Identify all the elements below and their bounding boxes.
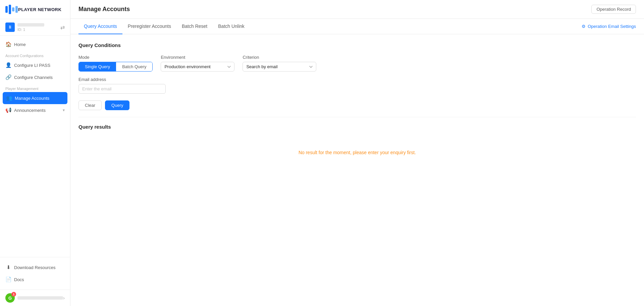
sidebar-item-configure-li-pass[interactable]: 👤 Configure LI PASS (0, 59, 70, 71)
email-input[interactable] (78, 84, 166, 94)
tab-query-accounts[interactable]: Query Accounts (78, 19, 122, 34)
query-results-section: Query results No result for the moment, … (78, 124, 636, 169)
sidebar-item-configure-channels-label: Configure Channels (14, 75, 53, 80)
email-address-label: Email address (78, 77, 636, 82)
environment-group: Environment Production environment Stagi… (161, 55, 234, 72)
footer-badge: 1 (11, 292, 16, 297)
sidebar: PLAYER NETWORK li ID: 1 ⇄ 🏠 Home Account… (0, 0, 70, 306)
tabs-bar: Query Accounts Preregister Accounts Batc… (70, 19, 644, 34)
sidebar-item-configure-li-pass-label: Configure LI PASS (14, 63, 50, 68)
page-title: Manage Accounts (78, 6, 130, 13)
announcements-icon: 📢 (5, 107, 11, 113)
empty-result-message: No result for the moment, please enter y… (78, 136, 636, 169)
user-info: ID: 1 (17, 23, 60, 32)
query-button[interactable]: Query (105, 100, 129, 110)
footer-chevron-icon: › (63, 295, 65, 301)
svg-rect-0 (5, 6, 8, 13)
operation-record-button[interactable]: Operation Record (591, 5, 636, 14)
clear-button[interactable]: Clear (78, 100, 102, 110)
docs-icon: 📄 (5, 276, 11, 282)
main-content: Manage Accounts Operation Record Query A… (70, 0, 644, 306)
gear-icon: ⚙ (582, 24, 586, 29)
mode-group: Mode Single Query Batch Query (78, 55, 153, 72)
home-icon: 🏠 (5, 41, 11, 47)
sidebar-item-download-resources[interactable]: ⬇ Download Resources (0, 261, 70, 273)
operation-email-settings-label: Operation Email Settings (588, 24, 636, 29)
sidebar-item-docs-label: Docs (14, 277, 24, 282)
sidebar-item-download-label: Download Resources (14, 265, 56, 270)
footer-username-blur (17, 296, 63, 300)
query-conditions-title: Query Conditions (78, 42, 636, 48)
configure-li-pass-icon: 👤 (5, 62, 11, 68)
sidebar-item-configure-channels[interactable]: 🔗 Configure Channels (0, 71, 70, 83)
environment-select[interactable]: Production environment Staging environme… (161, 62, 234, 72)
criterion-label: Criterion (243, 55, 316, 60)
avatar: li (5, 23, 15, 32)
svg-rect-2 (12, 7, 14, 11)
action-buttons: Clear Query (78, 100, 636, 110)
sidebar-logo: PLAYER NETWORK (0, 0, 70, 19)
tab-batch-reset[interactable]: Batch Reset (176, 19, 213, 34)
query-conditions-form: Mode Single Query Batch Query Environmen… (78, 55, 636, 72)
top-bar-right: Operation Record (591, 5, 636, 14)
single-query-button[interactable]: Single Query (79, 62, 116, 71)
download-icon: ⬇ (5, 264, 11, 270)
criterion-select[interactable]: Search by email Search by ID (243, 62, 316, 72)
svg-rect-3 (15, 6, 18, 13)
top-bar: Manage Accounts Operation Record (70, 0, 644, 19)
sidebar-item-announcements-label: Announcements (14, 108, 46, 113)
tab-batch-unlink[interactable]: Batch Unlink (213, 19, 250, 34)
user-id: ID: 1 (17, 28, 60, 32)
section-divider (78, 117, 636, 117)
sidebar-nav: 🏠 Home Account Configurations 👤 Configur… (0, 36, 70, 257)
announcements-chevron-icon: ▾ (63, 108, 65, 113)
manage-accounts-icon: 👥 (6, 95, 12, 101)
mode-label: Mode (78, 55, 153, 60)
operation-email-settings-button[interactable]: ⚙ Operation Email Settings (582, 24, 636, 29)
player-network-logo (5, 5, 18, 14)
query-results-title: Query results (78, 124, 636, 130)
switch-user-icon[interactable]: ⇄ (60, 24, 65, 31)
criterion-group: Criterion Search by email Search by ID (243, 55, 316, 72)
user-row: li ID: 1 ⇄ (0, 19, 70, 36)
query-conditions-section: Query Conditions Mode Single Query Batch… (78, 42, 636, 110)
sidebar-item-docs[interactable]: 📄 Docs (0, 273, 70, 286)
player-management-label: Player Management (0, 83, 70, 92)
account-configurations-label: Account Configurations (0, 50, 70, 59)
sidebar-footer[interactable]: G 1 › (0, 290, 70, 306)
sidebar-item-manage-accounts-label: Manage Accounts (15, 96, 49, 101)
sidebar-bottom: ⬇ Download Resources 📄 Docs (0, 257, 70, 290)
tabs-list: Query Accounts Preregister Accounts Batc… (78, 19, 250, 34)
tab-preregister-accounts[interactable]: Preregister Accounts (122, 19, 176, 34)
mode-buttons: Single Query Batch Query (78, 62, 153, 72)
content-area: Query Accounts Preregister Accounts Batc… (70, 19, 644, 306)
sidebar-item-announcements[interactable]: 📢 Announcements ▾ (0, 104, 70, 116)
sidebar-item-home[interactable]: 🏠 Home (0, 38, 70, 50)
batch-query-button[interactable]: Batch Query (116, 62, 152, 71)
configure-channels-icon: 🔗 (5, 74, 11, 80)
app-name: PLAYER NETWORK (18, 7, 61, 12)
email-address-section: Email address (78, 77, 636, 94)
username-blur (17, 23, 44, 27)
svg-rect-1 (9, 5, 11, 14)
sidebar-item-home-label: Home (14, 42, 26, 47)
footer-avatar: G 1 (5, 293, 15, 303)
sidebar-item-manage-accounts[interactable]: 👥 Manage Accounts (3, 92, 67, 104)
inner-content: Query Conditions Mode Single Query Batch… (70, 34, 644, 177)
environment-label: Environment (161, 55, 234, 60)
